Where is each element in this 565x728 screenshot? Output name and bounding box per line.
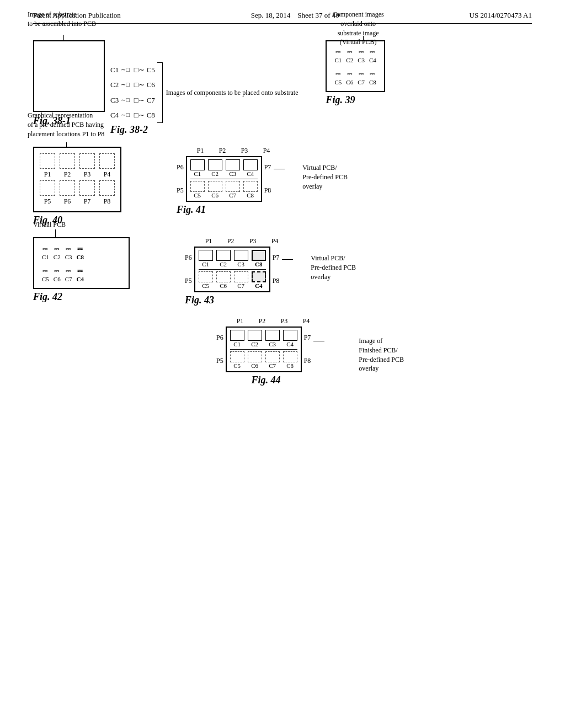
fig41-right-labels: P7 P8 [264,156,271,202]
fig39-block: Component imagesoverlaid onto substrate … [326,40,385,106]
predef-box-40: P1 P2 P3 P4 P5 P6 P7 P8 [33,147,121,212]
fig42-row2: ⎓C5 ⎓C6 ⎓C7 ⎓C4 [42,266,121,282]
fig42-c3: ⎓C3 [65,244,72,260]
page-header: Patent Application Publication Sep. 18, … [33,11,532,24]
fig44-c2: C2 [248,330,262,347]
fig44-c1: C1 [230,330,244,347]
p3-cell [79,153,95,169]
fig42-c7: ⎓C7 [65,266,72,282]
fig41-c2: C2 [208,159,222,177]
fig42-block: Virtual PCB ⎓C1 ⎓C2 ⎓C3 ⎓C8 ⎓C5 ⎓C6 ⎓C7 … [33,237,130,303]
fig42-c5: ⎓C5 [42,266,49,282]
fig38-1-arrow [63,35,64,41]
fig44-row1: C1 C2 C3 C4 [230,330,297,347]
predef-row1-labels: P1 P2 P3 P4 [40,170,115,179]
fig42-caption: Fig. 42 [33,291,130,303]
fig43-top-labels: P1 P2 P3 P4 [199,237,284,245]
fig44-right-labels: P7 P8 [304,326,311,372]
comp-row-c2: C2 ∼□ □∼ C6 [110,77,155,92]
p6-cell [60,180,75,196]
fig41-c4: C4 [243,159,258,177]
fig42-box: ⎓C1 ⎓C2 ⎓C3 ⎓C8 ⎓C5 ⎓C6 ⎓C7 ⎓C4 [33,237,130,289]
fig43-overlay-box: C1 C2 C3 C8 [194,247,270,292]
fig43-c1: C1 [199,250,213,267]
fig41-c7: C7 [226,181,240,199]
fig44-annotation: Image ofFinished PCB/Pre-defined PCBover… [359,336,404,373]
fig42-annotation: Virtual PCB [33,221,66,229]
predef-row2-labels: P5 P6 P7 P8 [40,197,115,206]
fig44-row: P1 P2 P3 P4 P6 P5 C1 [0,317,532,386]
fig41-row1: C1 C2 C3 C4 [190,159,258,177]
fig44-block: P1 P2 P3 P4 P6 P5 C1 [216,317,316,386]
fig41-overlay-box: C1 C2 C3 C4 [186,156,262,202]
p5-cell [40,180,55,196]
predef-row2 [40,180,115,196]
vpcb-c1: ⎓C1 [334,47,342,63]
fig44-c7: C7 [265,351,280,369]
fig41-left-labels: P6 P5 [177,156,184,202]
vpcb-c5: ⎓C5 [334,69,342,85]
comp-list: C1 ∼□ □∼ C5 C2 ∼□ □∼ C6 C3 ∼□ □∼ [110,62,155,123]
fig44-c5: C5 [230,351,244,369]
fig41-block: Virtual PCB/Pre-defined PCBoverlay P1 P2… [177,147,276,216]
fig44-overlay-box: C1 C2 C3 C4 [226,326,302,372]
fig43-c6: C6 [216,271,231,289]
vpcb-c3: ⎓C3 [358,47,365,63]
substrate-box [33,40,105,112]
vpcb-row1: ⎓C1 ⎓C2 ⎓C3 ⎓C4 [334,47,376,63]
predef-row1 [40,153,115,169]
fig40-annotation: Graphical representationof a pre-defined… [28,111,104,138]
p4-cell [99,153,115,169]
comp-row-c1: C1 ∼□ □∼ C5 [110,62,155,77]
fig42-c6: ⎓C6 [54,266,61,282]
fig38-2-caption: Fig. 38-2 [110,124,298,136]
fig41-c3: C3 [226,159,240,177]
vpcb-row2: ⎓C5 ⎓C6 ⎓C7 ⎓C8 [334,69,376,85]
header-center: Sep. 18, 2014 Sheet 37 of 40 [251,11,339,20]
fig43-c2: C2 [216,250,231,267]
fig43-c3: C3 [234,250,248,267]
fig43-annotation: Virtual PCB/Pre-defined PCBoverlay [311,254,356,281]
fig41-top-labels: P1 P2 P3 P4 [191,147,276,155]
vpcb-c7: ⎓C7 [358,69,365,85]
fig38-1-annotation: Image of substrateto be assembled into P… [28,10,96,29]
fig43-c5: C5 [199,271,213,289]
fig43-caption: Fig. 43 [185,295,284,306]
page: Patent Application Publication Sep. 18, … [0,0,565,728]
fig42-c1: ⎓C1 [42,244,49,260]
fig41-annotation: Virtual PCB/Pre-defined PCBoverlay [302,163,348,191]
fig44-left-labels: P6 P5 [216,326,223,372]
vpcb-c6: ⎓C6 [346,69,353,85]
comp-row-c3: C3 ∼□ □∼ C7 [110,93,155,108]
fig39-annotation: Component imagesoverlaid onto substrate … [331,10,385,47]
fig43-c7: C7 [234,271,248,289]
header-right: US 2014/0270473 A1 [470,11,532,20]
fig44-caption: Fig. 44 [216,374,316,386]
p2-cell [60,153,75,169]
vpcb-c2: ⎓C2 [346,47,353,63]
fig38-2-block: C1 ∼□ □∼ C5 C2 ∼□ □∼ C6 C3 ∼□ □∼ [110,62,298,136]
fig44-c4: C4 [283,330,297,347]
fig41-caption: Fig. 41 [177,204,276,216]
vpcb-c8: ⎓C8 [369,69,376,85]
brace-annotation: Images of components to be placed onto s… [157,62,299,123]
fig44-row2: C5 C6 C7 C8 [230,351,297,369]
fig42-c2: ⎓C2 [54,244,61,260]
fig43-main: P6 P5 C1 C2 [185,247,284,292]
fig44-c3: C3 [265,330,280,347]
fig43-block: Virtual PCB/Pre-defined PCBoverlay P1 P2… [185,237,284,306]
fig39-caption: Fig. 39 [326,94,385,106]
fig41-main: P6 P5 C1 C2 [177,156,276,202]
fig41-c1: C1 [190,159,205,177]
fig42-c8: ⎓C8 [77,244,84,260]
fig42-row1: ⎓C1 ⎓C2 ⎓C3 ⎓C8 [42,244,121,260]
fig44-top-labels: P1 P2 P3 P4 [231,317,316,325]
fig41-c8: C8 [243,181,258,199]
fig39-arrow [363,36,364,41]
fig40-block: Graphical representationof a pre-defined… [33,147,121,226]
fig43-row1: C1 C2 C3 C8 [199,250,266,267]
fig43-row2: C5 C6 C7 C4 [199,271,266,289]
p7-cell [79,180,95,196]
vpcb-box: ⎓C1 ⎓C2 ⎓C3 ⎓C4 ⎓C5 ⎓C6 ⎓C7 ⎓C8 [326,40,385,92]
fig41-row2: C5 C6 C7 C8 [190,181,258,199]
